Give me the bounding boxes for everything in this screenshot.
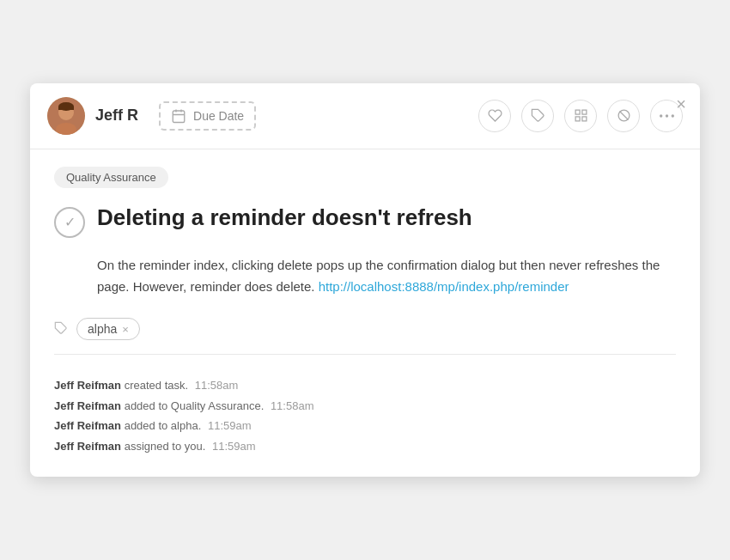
more-icon (660, 114, 674, 118)
calendar-icon (171, 108, 186, 124)
task-link[interactable]: http://localhost:8888/mp/index.php/remin… (319, 279, 569, 294)
clip-icon (617, 108, 631, 123)
svg-rect-11 (581, 111, 586, 115)
activity-action-3: added to alpha. (125, 419, 202, 432)
close-button[interactable]: × (676, 95, 686, 113)
task-description: On the reminder index, clicking delete p… (97, 255, 676, 298)
task-body: Quality Assurance ✓ Deleting a reminder … (30, 149, 700, 477)
user-name: Jeff R (95, 107, 138, 125)
tag-chip-alpha: alpha × (76, 318, 140, 340)
svg-point-16 (660, 114, 662, 117)
svg-point-18 (671, 114, 673, 117)
tag-chip-label: alpha (88, 322, 117, 336)
header: Jeff R Due Date (30, 83, 700, 149)
due-date-button[interactable]: Due Date (159, 101, 256, 131)
activity-action-4: assigned to you. (125, 440, 206, 453)
avatar (47, 97, 85, 135)
tag-button[interactable] (521, 100, 554, 132)
svg-rect-4 (58, 107, 74, 110)
activity-line-1: Jeff Reifman created task. 11:58am (54, 375, 676, 395)
svg-point-17 (665, 114, 667, 117)
svg-rect-10 (575, 111, 580, 115)
heart-button[interactable] (478, 100, 511, 132)
activity-actor-1: Jeff Reifman (54, 379, 121, 392)
svg-line-15 (619, 112, 628, 120)
share-icon (574, 108, 588, 123)
tag-remove-button[interactable]: × (122, 324, 129, 335)
svg-rect-12 (581, 117, 586, 121)
task-card: Jeff R Due Date (30, 83, 700, 477)
tag-row-icon (54, 321, 68, 338)
due-date-label: Due Date (193, 109, 244, 123)
activity-action-2: added to Quality Assurance. (125, 399, 265, 412)
complete-button[interactable]: ✓ (54, 207, 85, 238)
activity-log: Jeff Reifman created task. 11:58am Jeff … (54, 368, 676, 460)
clip-button[interactable] (607, 100, 640, 132)
activity-actor-2: Jeff Reifman (54, 399, 121, 412)
activity-time-3: 11:59am (208, 419, 252, 432)
task-title: Deleting a reminder doesn't refresh (97, 204, 472, 233)
activity-time-4: 11:59am (212, 440, 256, 453)
activity-time-1: 11:58am (195, 379, 239, 392)
svg-rect-5 (173, 111, 185, 123)
share-button[interactable] (564, 100, 597, 132)
activity-action-1: created task. (125, 379, 188, 392)
tags-row: alpha × (54, 318, 676, 355)
activity-line-4: Jeff Reifman assigned to you. 11:59am (54, 436, 676, 456)
activity-actor-4: Jeff Reifman (54, 440, 121, 453)
activity-actor-3: Jeff Reifman (54, 419, 121, 432)
tag-icon (531, 108, 545, 123)
task-title-row: ✓ Deleting a reminder doesn't refresh (54, 204, 676, 238)
activity-time-2: 11:58am (271, 399, 314, 412)
category-label: Quality Assurance (54, 167, 168, 188)
activity-line-2: Jeff Reifman added to Quality Assurance.… (54, 396, 676, 416)
checkmark-icon: ✓ (64, 214, 76, 230)
svg-rect-13 (575, 117, 580, 121)
heart-icon (488, 108, 502, 123)
activity-line-3: Jeff Reifman added to alpha. 11:59am (54, 416, 676, 435)
